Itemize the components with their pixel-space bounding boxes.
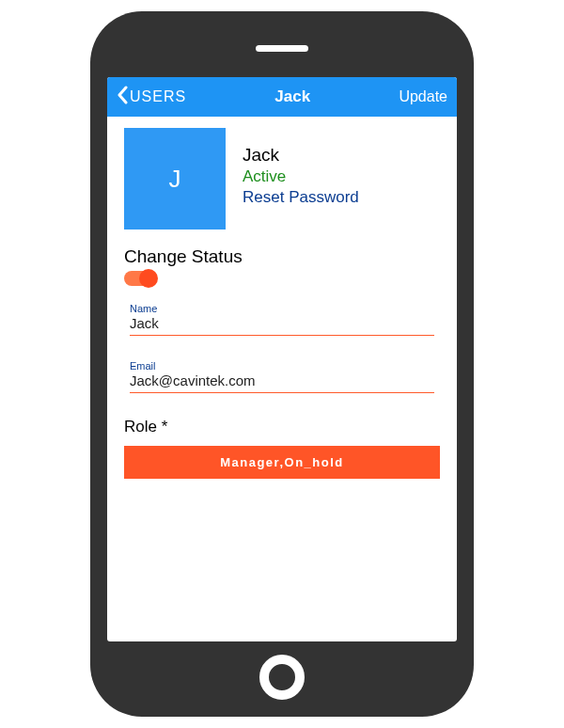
email-field-label: Email (130, 360, 434, 372)
avatar: J (124, 128, 226, 229)
name-field-label: Name (130, 303, 434, 314)
change-status-label: Change Status (124, 246, 440, 267)
phone-speaker (256, 45, 308, 52)
update-button[interactable]: Update (399, 88, 447, 105)
name-input[interactable] (130, 315, 434, 331)
back-label: USERS (130, 88, 186, 105)
role-selector-button[interactable]: Manager,On_hold (124, 446, 440, 479)
status-toggle[interactable] (124, 271, 156, 286)
profile-status: Active (243, 167, 359, 186)
chevron-left-icon (117, 86, 128, 109)
phone-frame: USERS Jack Update J Jack Active Reset Pa… (90, 11, 474, 717)
avatar-initial: J (169, 165, 181, 194)
reset-password-link[interactable]: Reset Password (243, 188, 359, 207)
content: J Jack Active Reset Password Change Stat… (107, 117, 457, 641)
navbar: USERS Jack Update (107, 77, 457, 117)
email-input[interactable] (130, 372, 434, 388)
profile-name: Jack (243, 145, 359, 166)
email-field[interactable]: Email (130, 360, 434, 393)
toggle-knob (139, 269, 158, 288)
page-title: Jack (274, 87, 310, 106)
profile-row: J Jack Active Reset Password (124, 128, 440, 229)
back-button[interactable]: USERS (117, 86, 186, 109)
screen: USERS Jack Update J Jack Active Reset Pa… (107, 77, 457, 641)
profile-info: Jack Active Reset Password (243, 128, 359, 229)
name-field[interactable]: Name (130, 303, 434, 336)
home-button[interactable] (259, 655, 305, 700)
role-label: Role * (124, 418, 440, 436)
